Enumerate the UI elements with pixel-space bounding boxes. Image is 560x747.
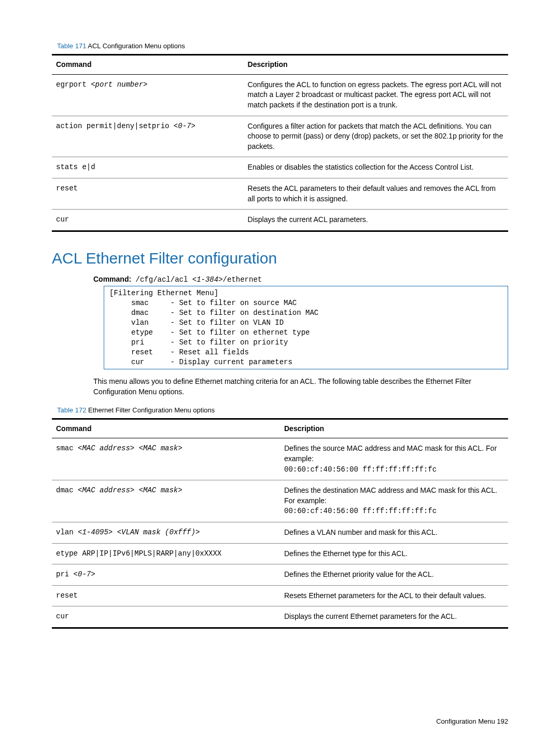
cell-desc: Resets the ACL parameters to their defau… <box>244 178 508 209</box>
table-row: reset Resets Ethernet parameters for the… <box>52 585 508 606</box>
cell-desc: Displays the current Ethernet parameters… <box>280 606 508 628</box>
command-label: Command: <box>93 275 131 283</box>
table-row: cur Displays the current Ethernet parame… <box>52 606 508 628</box>
cmd-arg: 1-4095 <box>82 528 108 536</box>
table-row: vlan <1-4095> <VLAN mask (0xfff)> Define… <box>52 522 508 543</box>
table-row: action permit|deny|setprio <0-7> Configu… <box>52 116 508 157</box>
cell-desc: Defines the source MAC address and MAC m… <box>284 444 497 463</box>
table-row: pri <0-7> Defines the Ethernet priority … <box>52 564 508 586</box>
table172-head-command: Command <box>52 419 280 438</box>
cell-mono: 00:60:cf:40:56:00 ff:ff:ff:ff:ff:fc <box>284 507 437 515</box>
cell-desc: Defines the Ethernet type for this ACL. <box>280 543 508 564</box>
command-arg: 1-384 <box>197 275 218 284</box>
table-row: reset Resets the ACL parameters to their… <box>52 178 508 209</box>
cmd-text: action permit|deny|setprio < <box>56 122 178 130</box>
cmd-arg: <port number> <box>91 80 147 89</box>
cmd-arg: <MAC address> <MAC mask> <box>78 486 183 494</box>
cell-desc: Defines a VLAN number and mask for this … <box>280 522 508 543</box>
cmd-text: etype ARP|IP|IPv6|MPLS|RARP|any|0xXXXX <box>52 543 280 564</box>
table171-caption: Table 171 ACL Configuration Menu options <box>52 42 508 51</box>
table171-head-command: Command <box>52 55 244 75</box>
table172-number: Table 172 <box>57 406 86 414</box>
cell-desc: Enables or disables the statistics colle… <box>244 157 508 178</box>
page-footer: Configuration Menu 192 <box>436 717 508 726</box>
cmd-arg: <MAC address> <MAC mask> <box>78 444 183 452</box>
cmd-text: stats e|d <box>52 157 244 178</box>
cmd-text: cur <box>52 210 244 231</box>
menu-codebox: [Filtering Ethernet Menu] smac - Set to … <box>104 286 508 369</box>
command-path: /cfg/acl/acl < <box>131 275 197 284</box>
table172-caption: Table 172 Ethernet Filter Configuration … <box>52 406 508 415</box>
cmd-text: smac <box>56 444 78 452</box>
cmd-arg: 0-7 <box>178 122 191 130</box>
table171-title: ACL Configuration Menu options <box>86 42 185 50</box>
table-row: stats e|d Enables or disables the statis… <box>52 157 508 178</box>
section-heading: ACL Ethernet Filter configuration <box>52 247 508 269</box>
cell-desc: Displays the current ACL parameters. <box>244 210 508 231</box>
cell-desc: Defines the destination MAC address and … <box>284 486 497 505</box>
cmd-text: reset <box>52 585 280 606</box>
command-path: >/ethernet <box>218 275 262 284</box>
table-row: cur Displays the current ACL parameters. <box>52 210 508 231</box>
cmd-text: reset <box>52 178 244 209</box>
table172: Command Description smac <MAC address> <… <box>52 418 508 629</box>
table-row: smac <MAC address> <MAC mask> Defines th… <box>52 438 508 480</box>
table-row: egrport <port number> Configures the ACL… <box>52 74 508 116</box>
cell-desc: Resets Ethernet parameters for the ACL t… <box>280 585 508 606</box>
cmd-text: dmac <box>56 486 78 494</box>
cell-desc: Configures a filter action for packets t… <box>244 116 508 157</box>
table-row: etype ARP|IP|IPv6|MPLS|RARP|any|0xXXXX D… <box>52 543 508 564</box>
table172-head-description: Description <box>280 419 508 438</box>
table171-number: Table 171 <box>57 42 86 50</box>
cmd-text: cur <box>52 606 280 628</box>
cmd-text: pri < <box>56 570 78 578</box>
table171: Command Description egrport <port number… <box>52 54 508 232</box>
table171-head-description: Description <box>244 55 508 75</box>
command-line: Command: /cfg/acl/acl <1-384>/ethernet <box>52 274 508 285</box>
cell-desc: Defines the Ethernet priority value for … <box>280 564 508 586</box>
cmd-text: > <box>191 122 195 130</box>
table172-title: Ethernet Filter Configuration Menu optio… <box>86 406 215 414</box>
cmd-arg: VLAN mask (0xfff) <box>121 528 195 536</box>
section-paragraph: This menu allows you to define Ethernet … <box>52 377 508 397</box>
cmd-text: > < <box>108 528 121 536</box>
cmd-text: > <box>91 570 95 578</box>
cell-mono: 00:60:cf:40:56:00 ff:ff:ff:ff:ff:fc <box>284 465 437 474</box>
cell-desc: Configures the ACL to function on egress… <box>244 74 508 116</box>
cmd-text: egrport <box>56 80 91 89</box>
cmd-text: vlan < <box>56 528 82 536</box>
cmd-text: > <box>195 528 200 536</box>
table-row: dmac <MAC address> <MAC mask> Defines th… <box>52 480 508 522</box>
cmd-arg: 0-7 <box>78 570 91 578</box>
